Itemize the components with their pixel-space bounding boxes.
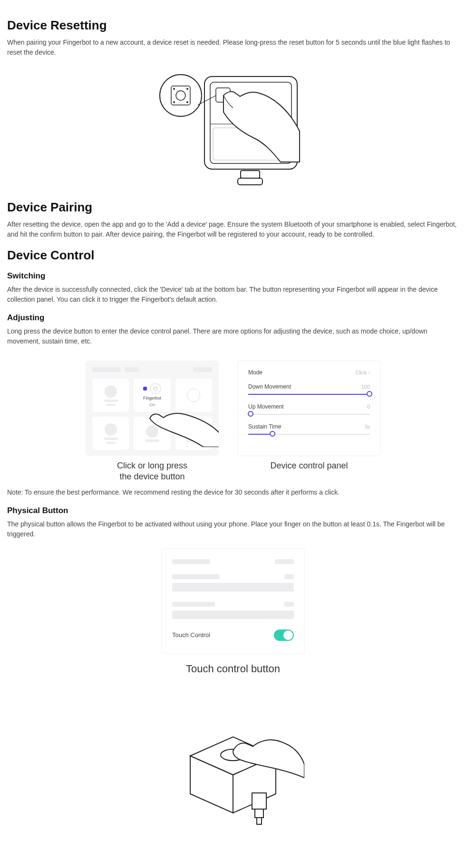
heading-device-control: Device Control (7, 248, 459, 263)
svg-point-10 (173, 88, 175, 90)
cp-sustain-value: 3s (364, 424, 370, 429)
svg-point-13 (186, 101, 188, 103)
slider-up-movement[interactable] (248, 414, 370, 415)
slider-down-movement[interactable] (248, 394, 370, 395)
fingerbot-icon (143, 387, 147, 391)
svg-rect-21 (257, 818, 262, 824)
para-device-resetting: When pairing your Fingerbot to a new acc… (7, 38, 459, 57)
power-icon (150, 383, 161, 394)
touch-control-settings-mock: Touch Control (162, 549, 304, 653)
cp-up-value: 0 (367, 404, 370, 410)
reset-line-art (157, 67, 309, 191)
app-device-grid-mock: Fingerbot On (86, 361, 219, 456)
para-switching: After the device is successfully connect… (7, 285, 459, 305)
heading-device-resetting: Device Resetting (7, 18, 459, 33)
caption-right: Device control panel (270, 460, 348, 471)
cp-up-label: Up Movement (248, 403, 284, 410)
para-adjusting: Long press the device button to enter th… (7, 326, 459, 346)
touch-control-toggle[interactable] (274, 630, 294, 641)
svg-point-12 (173, 101, 175, 103)
cp-mode-value: Click (355, 370, 367, 375)
svg-rect-19 (252, 793, 266, 809)
svg-rect-20 (255, 809, 263, 818)
chevron-right-icon: › (369, 370, 370, 375)
para-device-pairing: After resetting the device, open the app… (7, 219, 459, 239)
subheading-adjusting: Adjusting (7, 313, 459, 323)
slider-sustain-time[interactable] (248, 434, 370, 435)
physical-press-illustration (7, 694, 459, 827)
cp-mode-label: Mode (248, 369, 262, 376)
para-physical-button: The physical button allows the Fingerbot… (7, 519, 459, 539)
cp-down-value: 100 (361, 384, 370, 390)
reset-illustration (7, 67, 459, 191)
hand-press-illustration (147, 404, 219, 447)
caption-left: Click or long press the device button (117, 460, 187, 483)
caption-touch-control: Touch control button (7, 663, 459, 675)
cp-sustain-label: Sustain Time (248, 423, 281, 430)
heading-device-pairing: Device Pairing (7, 200, 459, 215)
subheading-physical-button: Physical Button (7, 506, 459, 515)
subheading-switching: Switching (7, 271, 459, 281)
svg-rect-5 (241, 171, 260, 178)
touch-control-label: Touch Control (172, 631, 210, 639)
svg-rect-6 (238, 178, 262, 185)
device-control-panel-mock: Mode Click › Down Movement 100 Up Moveme… (238, 361, 380, 456)
cp-down-label: Down Movement (248, 383, 291, 390)
svg-point-11 (186, 88, 188, 90)
note-resting: Note: To ensure the best performance. We… (7, 487, 459, 497)
device-tile-name: Fingerbot (143, 396, 161, 401)
